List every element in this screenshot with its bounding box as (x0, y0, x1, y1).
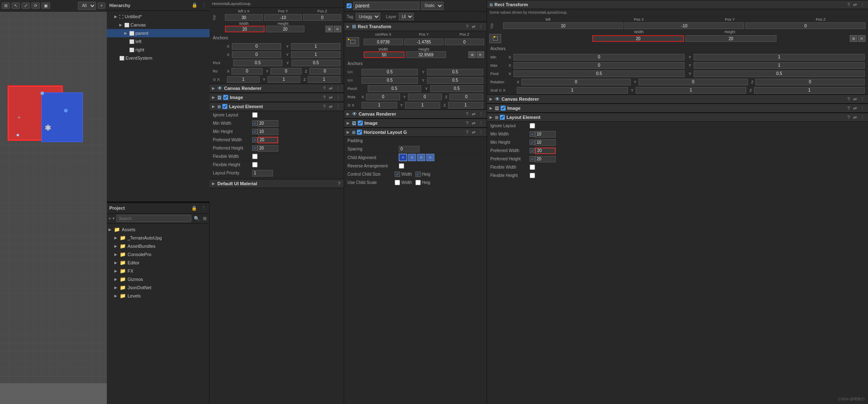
spacing-input[interactable] (399, 146, 420, 152)
anchor-x1-input[interactable] (232, 51, 281, 58)
inspector-middle-scroll[interactable]: Static Tag Untagg Layer UI ▶ ⊞ Rect Tran… (344, 0, 487, 404)
right-min-height-input[interactable] (535, 139, 556, 146)
tool-btn-2[interactable]: ↖ (12, 2, 20, 9)
right-max-y[interactable] (694, 62, 865, 69)
pos-y-input[interactable] (264, 14, 302, 21)
mid-width-input[interactable] (364, 51, 405, 58)
align-btn-3[interactable]: ≡ (417, 154, 425, 161)
mid-img-help[interactable]: ? (465, 121, 469, 126)
control-width-check[interactable] (395, 172, 400, 177)
right-preferred-height-check[interactable] (530, 156, 535, 162)
middle-rt-header[interactable]: ▶ ⊞ Rect Transform ? ⇌ ⋮ (344, 22, 487, 31)
folder-editor[interactable]: ▶ 📁 Editor (107, 259, 209, 267)
mid-scale-y[interactable] (405, 102, 441, 109)
mid-rot-x[interactable] (366, 94, 400, 100)
right-min-width-input[interactable] (535, 131, 556, 138)
rot-z-input[interactable] (309, 68, 340, 75)
img-menu-btn[interactable]: ⋮ (335, 95, 341, 100)
folder-assets[interactable]: ▶ 📁 Assets (107, 225, 209, 234)
right-lock-icon[interactable]: ⊞ (850, 35, 857, 42)
mid-r-btn[interactable]: R (477, 51, 484, 58)
hierarchy-lock-btn[interactable]: 🔒 (191, 2, 198, 8)
mid-pos-z-input[interactable] (445, 39, 484, 45)
mid-y1-input[interactable] (427, 77, 483, 84)
align-btn-4[interactable]: ≡ (426, 154, 434, 161)
le-settings-btn[interactable]: ⇌ (328, 104, 333, 109)
layout-element-header[interactable]: ▶ ⊞ Layout Element ? ⇌ ⋮ (210, 102, 344, 111)
right-preferred-width-check[interactable] (530, 148, 535, 153)
pos-z-input[interactable] (303, 14, 341, 21)
preferred-width-input[interactable] (258, 137, 278, 143)
layer-dropdown[interactable]: UI (399, 13, 414, 20)
layout-priority-input[interactable] (252, 170, 273, 177)
hlg-menu[interactable]: ⋮ (478, 130, 484, 135)
right-img-help[interactable]: ? (846, 106, 851, 111)
mid-mx-x-input[interactable] (362, 69, 418, 75)
hierarchy-menu-btn[interactable]: ⋮ (201, 2, 207, 8)
hierarchy-item-untitled[interactable]: ▶ ⛶ Untitled* (107, 12, 210, 21)
right-flexible-height-check[interactable] (530, 173, 535, 178)
right-cr-menu[interactable]: ⋮ (859, 97, 866, 102)
right-rt-help[interactable]: ? (846, 2, 851, 7)
rot-y-input[interactable] (270, 68, 301, 75)
align-btn-1[interactable]: ≡ (399, 154, 407, 161)
flexible-height-check[interactable] (252, 162, 258, 167)
folder-terrain[interactable]: ▶ 📁 _TerrainAutoUpg (107, 234, 209, 242)
right-scale-y[interactable] (636, 87, 747, 94)
hlg-check[interactable] (357, 130, 362, 135)
anchor-y1-input[interactable] (291, 51, 340, 58)
mid-lock-icon[interactable]: ⊞ (468, 51, 476, 58)
right-pos-x-input[interactable] (503, 22, 623, 29)
folder-assetbundles[interactable]: ▶ 📁 AssetBundles (107, 242, 209, 250)
right-image-header[interactable]: ▶ 🖼 Image ? ⇌ ⋮ (487, 104, 868, 113)
right-cr-settings[interactable]: ⇌ (852, 97, 858, 102)
middle-rt-menu[interactable]: ⋮ (478, 24, 484, 29)
right-preferred-width-input[interactable] (535, 148, 556, 154)
folder-jsondotnet[interactable]: ▶ 📁 JsonDotNet (107, 283, 209, 292)
mid-piv-y-input[interactable] (430, 85, 484, 92)
piv-x-input[interactable] (233, 60, 282, 66)
tag-dropdown[interactable]: Untagg (356, 13, 380, 20)
image-enabled-check[interactable] (223, 95, 228, 100)
mid-piv-x-input[interactable] (368, 85, 421, 92)
scale-z-input[interactable] (308, 76, 340, 83)
right-img-menu[interactable]: ⋮ (859, 106, 866, 111)
pos-x-input[interactable] (225, 14, 263, 21)
mid-image-check[interactable] (358, 121, 363, 126)
le-enabled-check[interactable] (222, 104, 227, 109)
rot-x-input[interactable] (231, 68, 263, 75)
hierarchy-item-eventsystem[interactable]: ⬜ EventSystem (107, 54, 210, 62)
scene-handle-center[interactable] (64, 109, 68, 112)
mid-pos-y-input[interactable] (404, 39, 444, 45)
mid-canvas-renderer-header[interactable]: ▶ 👁 Canvas Renderer ? ⇌ ⋮ (344, 109, 487, 119)
preferred-height-input[interactable] (258, 145, 278, 152)
scale-x-input[interactable] (227, 76, 260, 83)
img-help-btn[interactable]: ? (322, 95, 326, 100)
right-le-header[interactable]: ▶ ⊞ Layout Element ? ⇌ ⋮ (487, 113, 868, 122)
right-scale-x[interactable] (517, 87, 628, 94)
right-le-help[interactable]: ? (846, 115, 851, 120)
right-piv-x[interactable] (514, 70, 685, 77)
hierarchy-item-canvas[interactable]: ▶ ⬜ Canvas (107, 21, 210, 29)
right-scale-z[interactable] (754, 87, 865, 94)
right-cr-header[interactable]: ▶ 👁 Canvas Renderer ? ⇌ ⋮ (487, 94, 868, 104)
scale-width-check[interactable] (395, 180, 400, 185)
scale-y-input[interactable] (268, 76, 300, 83)
right-rot-z[interactable] (755, 79, 865, 85)
mid-rot-y[interactable] (408, 94, 442, 100)
le-help-btn[interactable]: ? (322, 104, 326, 109)
right-le-settings[interactable]: ⇌ (852, 115, 858, 120)
right-image-check[interactable] (501, 106, 506, 111)
flexible-width-check[interactable] (252, 154, 258, 159)
right-width-input[interactable] (592, 35, 684, 42)
mid-rot-z[interactable] (449, 94, 483, 100)
control-height-check[interactable] (415, 172, 421, 177)
canvas-renderer-header[interactable]: ▶ 👁 Canvas Renderer ? ⇌ ⋮ (210, 84, 344, 93)
right-ignore-check[interactable] (530, 123, 535, 128)
mid-img-menu[interactable]: ⋮ (478, 121, 484, 126)
scene-add-btn[interactable]: + (98, 2, 105, 9)
cr-help-btn[interactable]: ? (322, 86, 326, 91)
folder-levels[interactable]: ▶ 📁 Levels (107, 292, 209, 300)
right-preferred-height-input[interactable] (535, 156, 556, 162)
dum-help-btn[interactable]: ? (337, 181, 341, 186)
